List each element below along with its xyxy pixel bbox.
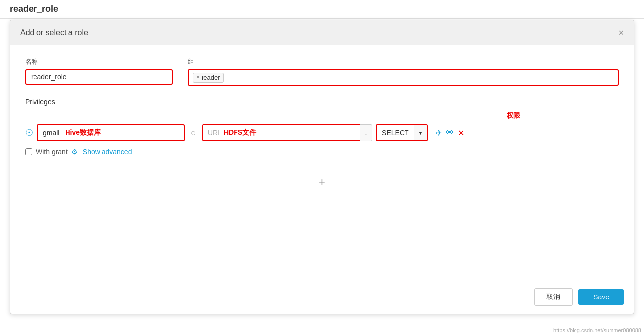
with-grant-checkbox[interactable] (25, 148, 32, 155)
uri-input-box[interactable]: URI HDFS文件 (202, 124, 360, 141)
eye-icon[interactable]: 👁 (446, 128, 454, 137)
tag-remove-icon[interactable]: × (196, 74, 200, 81)
save-button[interactable]: Save (578, 289, 624, 305)
modal-body: 名称 组 × reader Privileges (10, 45, 634, 280)
cancel-button[interactable]: 取消 (534, 288, 573, 306)
group-tag: × reader (193, 73, 224, 83)
group-tag-input[interactable]: × reader (188, 69, 619, 86)
select-value: SELECT (377, 125, 413, 140)
modal-close-button[interactable]: × (618, 28, 624, 37)
authority-label: 权限 (507, 111, 520, 120)
name-input[interactable] (25, 69, 173, 85)
with-grant-row: With grant ⚙ Show advanced (25, 148, 619, 156)
gear-icon: ⚙ (71, 148, 78, 156)
db-value: gmall (43, 129, 59, 137)
db-annotation: Hive数据库 (65, 128, 101, 137)
uri-input-wrapper: URI HDFS文件 .. (202, 124, 372, 141)
breadcrumb: reader_role (0, 0, 644, 19)
form-top-row: 名称 组 × reader (25, 57, 619, 86)
privilege-radio-icon[interactable]: ☉ (25, 127, 33, 138)
select-privilege-wrapper: SELECT ▼ (376, 124, 428, 141)
name-label: 名称 (25, 57, 173, 66)
modal-header: Add or select a role × (10, 20, 634, 45)
uri-annotation: HDFS文件 (224, 128, 256, 137)
modal-title: Add or select a role (20, 28, 88, 37)
with-grant-label: With grant (36, 148, 68, 156)
uri-radio-icon[interactable]: ○ (191, 128, 196, 138)
page-wrapper: reader_role Add or select a role × 名称 组 (0, 0, 644, 334)
db-input-box[interactable]: gmall Hive数据库 (37, 124, 185, 141)
modal-footer: 取消 Save (10, 280, 634, 314)
privileges-section: Privileges 权限 ☉ gmall (25, 98, 619, 198)
send-icon[interactable]: ✈ (436, 128, 442, 138)
chevron-down-icon: ▼ (418, 130, 423, 136)
url-bar: https://blog.csdn.net/summer080088 (550, 326, 644, 334)
select-dropdown-arrow[interactable]: ▼ (414, 125, 427, 140)
delete-privilege-icon[interactable]: ✕ (458, 128, 464, 138)
privilege-row: ☉ gmall Hive数据库 ○ URI HDFS文件 (25, 124, 619, 141)
uri-placeholder: URI (208, 129, 220, 137)
modal-dialog: Add or select a role × 名称 组 × read (10, 20, 634, 314)
breadcrumb-text: reader_role (10, 4, 58, 14)
name-group: 名称 (25, 57, 173, 86)
privilege-row-container: 权限 ☉ gmall Hive数据库 ○ (25, 111, 619, 198)
action-icons: ✈ 👁 ✕ (436, 128, 464, 138)
privileges-label: Privileges (25, 98, 619, 106)
show-advanced-link[interactable]: Show advanced (83, 148, 132, 156)
add-privilege-button[interactable]: + (314, 171, 330, 193)
tag-label: reader (202, 74, 220, 81)
group-group: 组 × reader (188, 57, 619, 86)
browse-button[interactable]: .. (360, 124, 372, 141)
group-label: 组 (188, 57, 619, 66)
